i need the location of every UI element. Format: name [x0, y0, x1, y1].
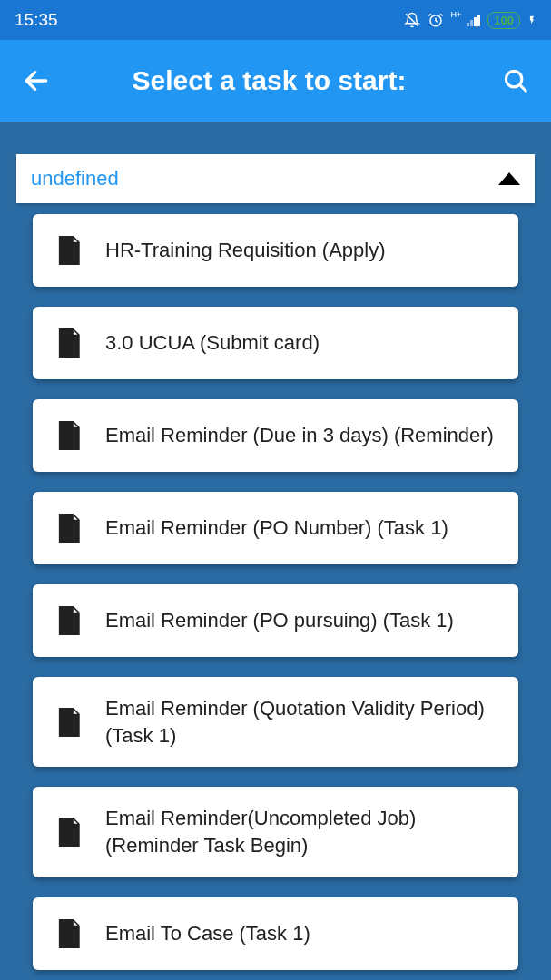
app-bar: Select a task to start:	[0, 40, 551, 122]
network-type: H+	[451, 10, 462, 19]
task-label: 3.0 UCUA (Submit card)	[105, 329, 320, 357]
task-item[interactable]: Email Reminder (PO Number) (Task 1)	[33, 492, 518, 564]
svg-line-4	[519, 84, 526, 91]
task-item[interactable]: Email Reminder (PO pursuing) (Task 1)	[33, 584, 518, 657]
document-icon	[54, 708, 80, 737]
document-icon	[54, 514, 80, 543]
status-time: 15:35	[15, 10, 58, 30]
document-icon	[54, 606, 80, 635]
chevron-up-icon	[498, 172, 520, 185]
task-item[interactable]: Email Reminder (Due in 3 days) (Reminder…	[33, 399, 518, 472]
task-label: Email Reminder (Due in 3 days) (Reminder…	[105, 422, 494, 449]
task-item[interactable]: HR-Training Requisition (Apply)	[33, 214, 518, 287]
task-label: Email Reminder (PO pursuing) (Task 1)	[105, 607, 454, 634]
back-button[interactable]	[22, 66, 51, 95]
page-title: Select a task to start:	[58, 65, 480, 96]
signal-icon	[467, 14, 480, 26]
task-list: HR-Training Requisition (Apply) 3.0 UCUA…	[16, 203, 535, 970]
task-item[interactable]: 3.0 UCUA (Submit card)	[33, 307, 518, 379]
status-bar: 15:35 H+ 100	[0, 0, 551, 40]
document-icon	[54, 919, 80, 948]
search-button[interactable]	[502, 67, 529, 94]
task-label: Email Reminder(Uncompleted Job) (Reminde…	[105, 805, 497, 858]
alarm-icon	[428, 12, 444, 28]
category-dropdown[interactable]: undefined	[16, 154, 535, 203]
document-icon	[54, 421, 80, 450]
task-label: Email Reminder (Quotation Validity Perio…	[105, 695, 497, 749]
task-item[interactable]: Email To Case (Task 1)	[33, 897, 518, 970]
task-item[interactable]: Email Reminder(Uncompleted Job) (Reminde…	[33, 787, 518, 877]
task-item[interactable]: Email Reminder (Quotation Validity Perio…	[33, 677, 518, 767]
content-area: undefined HR-Training Requisition (Apply…	[0, 122, 551, 980]
dnd-icon	[404, 12, 420, 28]
status-right: H+ 100	[404, 10, 536, 30]
charging-icon	[527, 13, 536, 27]
document-icon	[54, 818, 80, 847]
document-icon	[54, 328, 80, 358]
task-label: Email Reminder (PO Number) (Task 1)	[105, 514, 448, 542]
task-label: Email To Case (Task 1)	[105, 920, 310, 947]
task-label: HR-Training Requisition (Apply)	[105, 237, 386, 264]
dropdown-value: undefined	[31, 167, 119, 191]
document-icon	[54, 236, 80, 265]
battery-indicator: 100	[487, 12, 520, 29]
